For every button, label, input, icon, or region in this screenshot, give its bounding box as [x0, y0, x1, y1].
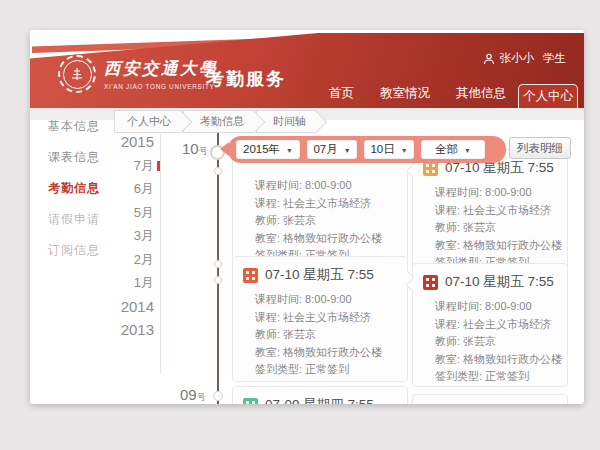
brand-block: 西安交通大學 XI'AN JIAO TONG UNIVERSITY — [104, 58, 218, 90]
card-field-teacher: 教师: 张芸京 — [255, 212, 397, 230]
type-select[interactable]: 全部 ▼ — [421, 140, 485, 159]
timeline-node — [214, 260, 222, 268]
user-role: 学生 — [543, 51, 566, 66]
timeline-month-list: 2015 7月 6月 5月 3月 2月 1月 2014 2013 — [88, 130, 154, 342]
app-window: 西安交通大學 XI'AN JIAO TONG UNIVERSITY 考勤服务 张… — [30, 30, 584, 404]
card-field-course: 课程: 社会主义市场经济 — [435, 316, 557, 334]
card-field-classroom: 教室: 格物致知行政办公楼 — [435, 237, 557, 255]
card-field-classroom: 教室: 格物致知行政办公楼 — [435, 351, 557, 369]
timeline-month-jul[interactable]: 7月 — [88, 154, 154, 178]
card-date-title: 07-10 星期五 7:55 — [445, 273, 554, 291]
timeline-month-mar[interactable]: 3月 — [88, 224, 154, 248]
card-field-teacher: 教师: 张芸京 — [255, 326, 397, 344]
timeline-node — [213, 391, 223, 401]
card-field-course-time: 课程时间: 8:00-9:00 — [255, 291, 397, 309]
chevron-down-icon: ▼ — [401, 147, 408, 154]
timeline-year-2013[interactable]: 2013 — [88, 318, 154, 342]
attendance-card[interactable]: 07-10 星期五 7:55 课程时间: 8:00-9:00 课程: 社会主义市… — [412, 263, 568, 387]
card-field-course: 课程: 社会主义市场经济 — [255, 309, 397, 327]
user-name: 张小小 — [500, 51, 535, 66]
day-marker-09: 09号 — [180, 386, 206, 404]
card-field-course: 课程: 社会主义市场经济 — [435, 202, 557, 220]
chevron-down-icon: ▼ — [344, 147, 351, 154]
timeline-month-feb[interactable]: 2月 — [88, 248, 154, 272]
university-logo — [58, 55, 96, 93]
nav-item-other-info[interactable]: 其他信息 — [456, 85, 506, 102]
status-stamp-icon — [243, 268, 258, 283]
card-date-title: 07-09 星期四 7:55 — [265, 396, 374, 404]
current-month-marker — [157, 161, 160, 171]
timeline-month-may[interactable]: 5月 — [88, 201, 154, 225]
chevron-down-icon: ▼ — [464, 147, 471, 154]
card-field-signin-type: 签到类型: 正常签到 — [255, 361, 397, 379]
breadcrumb-attendance-info[interactable]: 考勤信息 — [183, 110, 255, 133]
nav-item-home[interactable]: 首页 — [329, 85, 354, 102]
card-field-course-time: 课程时间: 8:00-9:00 — [435, 298, 557, 316]
timeline-month-jun[interactable]: 6月 — [88, 177, 154, 201]
nav-tab-personal-center-active[interactable]: 个人中心 — [518, 84, 578, 108]
card-field-signin-type: 签到类型: 正常签到 — [435, 368, 557, 386]
timeline-year-2015[interactable]: 2015 — [88, 130, 154, 154]
university-name-en: XI'AN JIAO TONG UNIVERSITY — [104, 83, 218, 90]
timeline-year-2014[interactable]: 2014 — [88, 295, 154, 319]
month-select[interactable]: 07月 ▼ — [307, 140, 357, 159]
attendance-card[interactable]: 07-10 星期五 7:55 课程时间: 8:00-9:00 课程: 社会主义市… — [412, 149, 568, 273]
breadcrumb: 个人中心 考勤信息 时间轴 — [114, 110, 318, 133]
card-field-teacher: 教师: 张芸京 — [435, 219, 557, 237]
university-name-cn: 西安交通大學 — [104, 58, 218, 80]
chevron-down-icon: ▼ — [286, 147, 293, 154]
card-field-teacher: 教师: 张芸京 — [435, 333, 557, 351]
person-icon — [483, 53, 495, 65]
list-detail-button[interactable]: 列表明细 — [509, 137, 571, 159]
day-select[interactable]: 10日 ▼ — [364, 140, 414, 159]
card-field-course: 课程: 社会主义市场经济 — [255, 195, 397, 213]
timeline-node — [214, 276, 222, 284]
card-field-course-time: 课程时间: 8:00-9:00 — [435, 184, 557, 202]
status-stamp-icon — [243, 398, 258, 405]
breadcrumb-personal-center[interactable]: 个人中心 — [114, 110, 182, 133]
user-account[interactable]: 张小小 学生 — [483, 51, 567, 66]
pagoda-icon — [63, 60, 92, 89]
nav-item-classrooms[interactable]: 教室情况 — [380, 85, 430, 102]
filter-bar: 2015年 ▼ 07月 ▼ 10日 ▼ 全部 ▼ — [228, 136, 506, 163]
status-stamp-icon — [423, 275, 438, 290]
day-marker-10: 10号 — [182, 140, 208, 158]
header: 西安交通大學 XI'AN JIAO TONG UNIVERSITY 考勤服务 张… — [30, 30, 584, 108]
month-list-divider — [160, 134, 161, 374]
year-select[interactable]: 2015年 ▼ — [236, 140, 300, 159]
card-field-classroom: 教室: 格物致知行政办公楼 — [255, 344, 397, 362]
attendance-card[interactable]: 07-10 星期五 7:55 课程时间: 8:00-9:00 课程: 社会主义市… — [232, 256, 408, 382]
timeline-node — [214, 167, 222, 175]
card-date-title: 07-10 星期五 7:55 — [265, 266, 374, 284]
top-nav: 首页 教室情况 其他信息 — [329, 85, 506, 102]
attendance-card[interactable] — [412, 394, 568, 404]
app-title: 考勤服务 — [206, 67, 286, 91]
card-field-classroom: 教室: 格物致知行政办公楼 — [255, 230, 397, 248]
timeline-month-jan[interactable]: 1月 — [88, 271, 154, 295]
card-field-course-time: 课程时间: 8:00-9:00 — [255, 177, 397, 195]
attendance-card[interactable]: 07-09 星期四 7:55 — [232, 386, 408, 404]
